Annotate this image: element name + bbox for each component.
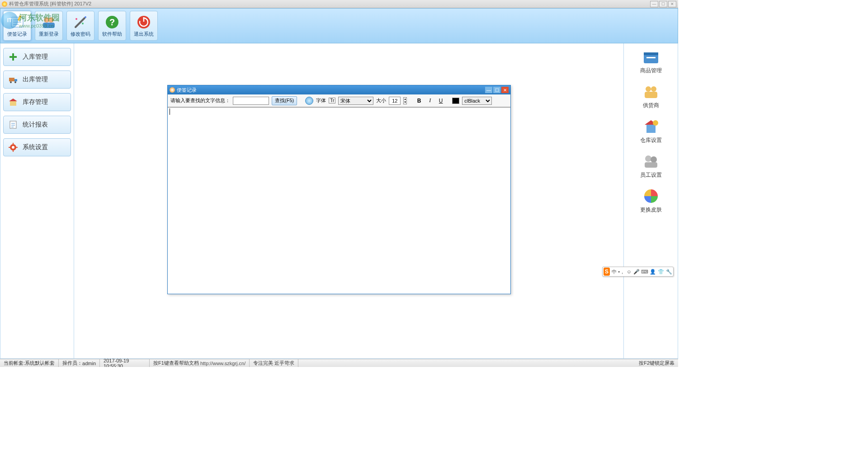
supplier-icon <box>642 84 660 100</box>
ime-keyboard-icon[interactable]: ⌨ <box>642 268 648 275</box>
svg-rect-31 <box>13 143 14 145</box>
ime-user-icon[interactable]: 👤 <box>650 268 656 275</box>
svg-text:?: ? <box>109 17 115 27</box>
svg-rect-36 <box>644 52 658 55</box>
note-minimize-button[interactable]: — <box>485 87 492 93</box>
exit-button[interactable]: 退出系统 <box>130 11 158 41</box>
relogin-label: 重新登录 <box>39 31 59 38</box>
left-nav-panel: 入库管理 出库管理 库存管理 统计报表 系统设置 <box>0 43 74 359</box>
status-datetime: 2017-09-19 10:55:30 <box>100 359 150 367</box>
search-label: 请输入要查找的文字信息： <box>170 97 230 104</box>
svg-point-21 <box>10 81 12 83</box>
status-account: 当前帐套: 系统默认帐套 <box>0 359 59 367</box>
note-window-icon <box>170 87 175 93</box>
operator-value: admin <box>82 361 96 366</box>
exit-label: 退出系统 <box>134 31 154 38</box>
staff-label: 员工设置 <box>640 171 662 179</box>
account-value: 系统默认帐套 <box>25 360 55 367</box>
italic-button[interactable]: I <box>426 97 434 105</box>
supplier-button[interactable]: 供货商 <box>633 84 669 109</box>
warehouse-icon <box>8 97 18 107</box>
help-hint-text: 按F1键查看帮助文档 <box>153 360 199 367</box>
relogin-button[interactable]: 重新登录 <box>35 11 63 41</box>
font-select[interactable]: 宋体 <box>338 97 373 105</box>
app-title: 科管仓库管理系统 [科管软件] 2017V2 <box>9 0 91 7</box>
svg-point-11 <box>85 16 86 18</box>
nav-report-button[interactable]: 统计报表 <box>3 116 71 134</box>
status-bar: 当前帐套: 系统默认帐套 操作员： admin 2017-09-19 10:55… <box>0 359 678 367</box>
svg-rect-32 <box>13 150 14 152</box>
supplier-label: 供货商 <box>643 102 659 109</box>
nav-report-label: 统计报表 <box>23 121 48 129</box>
svg-rect-24 <box>10 101 16 106</box>
font-type-icon: Tr <box>329 98 335 103</box>
help-button[interactable]: ? 软件帮助 <box>98 11 126 41</box>
color-swatch[interactable] <box>452 98 459 104</box>
color-select[interactable]: clBlack <box>462 97 492 105</box>
ime-lang-button[interactable]: 中 <box>612 268 617 275</box>
ime-mic-icon[interactable]: 🎤 <box>633 268 640 275</box>
nav-settings-button[interactable]: 系统设置 <box>3 138 71 156</box>
note-window-title: 便签记录 <box>177 87 197 94</box>
ime-punct-icon[interactable]: •， <box>618 268 625 275</box>
note-window-titlebar[interactable]: 便签记录 — ☐ ✕ <box>168 85 510 94</box>
right-shortcut-panel: 商品管理 供货商 仓库设置 员工设置 更换皮肤 <box>624 43 678 359</box>
search-input[interactable] <box>233 97 269 105</box>
nav-inbound-button[interactable]: 入库管理 <box>3 48 71 66</box>
maximize-button[interactable]: ☐ <box>659 1 667 7</box>
close-button[interactable]: ✕ <box>668 1 676 7</box>
svg-point-9 <box>75 18 77 20</box>
nav-stock-button[interactable]: 库存管理 <box>3 93 71 111</box>
svg-point-43 <box>653 120 658 126</box>
staff-setting-button[interactable]: 员工设置 <box>633 153 669 179</box>
skin-button[interactable]: 更换皮肤 <box>633 188 669 214</box>
svg-rect-18 <box>9 56 17 58</box>
ime-logo-icon[interactable]: S <box>604 268 610 276</box>
clock-icon[interactable] <box>305 97 313 105</box>
help-icon: ? <box>104 14 120 30</box>
note-editor[interactable] <box>168 107 510 294</box>
main-area: 入库管理 出库管理 库存管理 统计报表 系统设置 便签记录 — <box>0 43 678 359</box>
svg-rect-25 <box>10 121 16 128</box>
ime-toolbar[interactable]: S 中 •， ☺ 🎤 ⌨ 👤 👕 🔧 <box>602 267 674 277</box>
note-close-button[interactable]: ✕ <box>501 87 509 93</box>
svg-rect-33 <box>9 147 10 148</box>
svg-rect-40 <box>645 92 657 98</box>
svg-point-39 <box>651 86 656 92</box>
svg-rect-46 <box>645 162 657 168</box>
operator-label: 操作员： <box>62 360 82 367</box>
nav-outbound-button[interactable]: 出库管理 <box>3 70 71 89</box>
ime-skin-icon[interactable]: 👕 <box>658 268 664 275</box>
ime-settings-icon[interactable]: 🔧 <box>666 268 672 275</box>
svg-point-22 <box>14 81 16 83</box>
warehouse-setting-button[interactable]: 仓库设置 <box>633 118 669 144</box>
change-password-button[interactable]: 修改密码 <box>66 11 94 41</box>
note-record-button[interactable]: 便签记录 <box>3 11 31 41</box>
staff-icon <box>642 153 660 169</box>
product-manage-button[interactable]: 商品管理 <box>633 49 669 75</box>
note-window-controls: — ☐ ✕ <box>485 87 509 93</box>
nav-stock-label: 库存管理 <box>23 98 48 106</box>
svg-rect-7 <box>43 23 55 28</box>
ime-emoji-icon[interactable]: ☺ <box>627 268 632 275</box>
svg-rect-20 <box>14 79 17 81</box>
note-icon <box>9 14 25 30</box>
nav-inbound-label: 入库管理 <box>23 53 48 61</box>
underline-button[interactable]: U <box>437 97 445 105</box>
bold-button[interactable]: B <box>415 97 423 105</box>
power-icon <box>136 14 151 30</box>
lock-hint-text: 按F2键锁定屏幕 <box>639 360 675 366</box>
wand-icon <box>73 14 88 30</box>
font-size-input[interactable] <box>389 97 401 105</box>
truck-icon <box>8 75 18 85</box>
product-icon <box>642 49 660 65</box>
status-lock-hint: 按F2键锁定屏幕 <box>635 360 678 367</box>
help-url[interactable]: http://www.szkgrj.cn/ <box>200 361 245 366</box>
datetime-value: 2017-09-19 10:55:30 <box>104 358 146 367</box>
minimize-button[interactable]: — <box>650 1 658 7</box>
search-button[interactable]: 查找(F5) <box>272 96 297 105</box>
password-label: 修改密码 <box>71 31 90 38</box>
slogan-text: 专注完美 近乎苛求 <box>253 360 294 367</box>
note-maximize-button[interactable]: ☐ <box>493 87 500 93</box>
size-spinner[interactable]: ▲▼ <box>403 97 407 104</box>
